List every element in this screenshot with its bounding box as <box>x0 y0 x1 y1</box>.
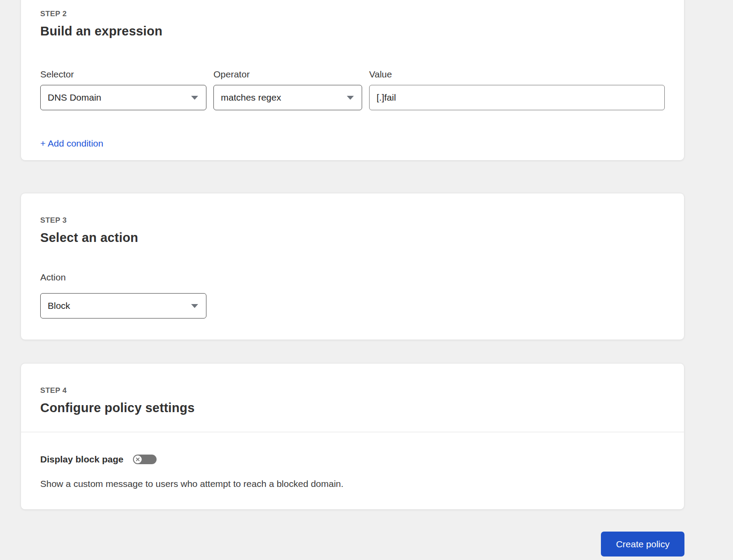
display-block-page-description: Show a custom message to users who attem… <box>40 479 665 489</box>
chevron-down-icon <box>347 96 354 100</box>
chevron-down-icon <box>191 96 198 100</box>
step2-label: STEP 2 <box>40 10 665 18</box>
step3-card: STEP 3 Select an action Action Block <box>21 193 684 340</box>
action-dropdown[interactable]: Block <box>40 293 206 318</box>
action-label: Action <box>40 272 665 283</box>
policy-settings-section: Display block page Show a custom message… <box>21 432 684 509</box>
step3-title: Select an action <box>40 231 665 245</box>
step4-title: Configure policy settings <box>40 401 665 415</box>
step3-label: STEP 3 <box>40 216 665 225</box>
selector-label: Selector <box>40 69 206 80</box>
value-field: Value <box>369 69 665 110</box>
x-icon <box>136 457 140 462</box>
operator-field: Operator matches regex <box>213 69 362 110</box>
display-block-page-label: Display block page <box>40 454 123 465</box>
selector-dropdown-value: DNS Domain <box>48 92 101 103</box>
step4-label: STEP 4 <box>40 386 665 395</box>
operator-dropdown[interactable]: matches regex <box>213 85 362 110</box>
operator-dropdown-value: matches regex <box>221 92 281 103</box>
selector-field: Selector DNS Domain <box>40 69 206 110</box>
step2-title: Build an expression <box>40 24 665 38</box>
toggle-knob <box>134 455 142 463</box>
value-label: Value <box>369 69 665 80</box>
step2-card: STEP 2 Build an expression Selector DNS … <box>21 0 684 161</box>
value-input[interactable] <box>369 85 665 110</box>
action-field: Action <box>40 272 665 288</box>
chevron-down-icon <box>191 304 198 308</box>
display-block-page-toggle[interactable] <box>133 455 157 464</box>
step4-card: STEP 4 Configure policy settings Display… <box>21 363 684 510</box>
create-policy-button[interactable]: Create policy <box>601 532 684 556</box>
operator-label: Operator <box>213 69 362 80</box>
add-condition-link[interactable]: + Add condition <box>40 138 103 149</box>
expression-fields-row: Selector DNS Domain Operator matches reg… <box>40 69 665 110</box>
action-dropdown-value: Block <box>48 301 70 311</box>
form-footer: Create policy <box>21 532 684 556</box>
policy-builder-content: STEP 2 Build an expression Selector DNS … <box>21 0 684 556</box>
display-block-page-row: Display block page <box>40 454 665 465</box>
selector-dropdown[interactable]: DNS Domain <box>40 85 206 110</box>
